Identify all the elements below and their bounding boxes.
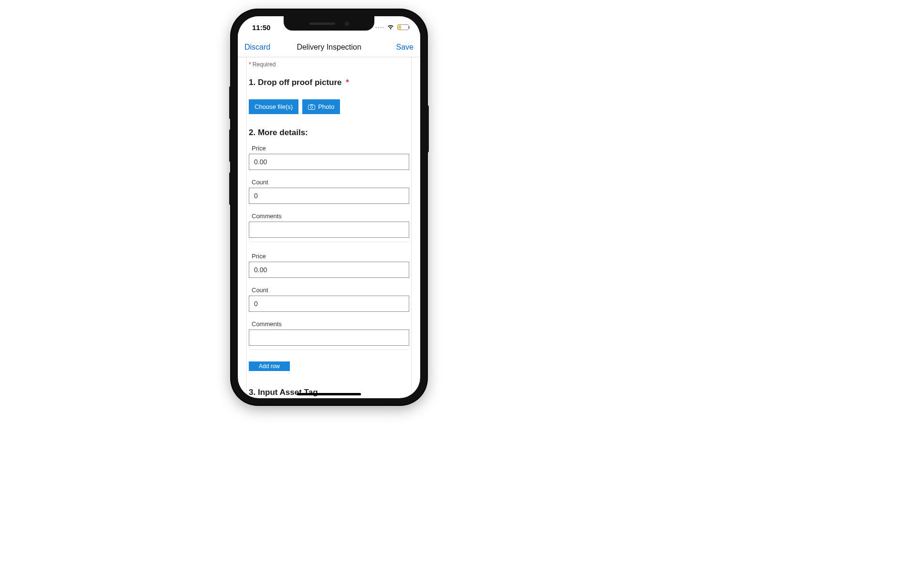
price-input[interactable] [249,262,409,278]
count-label: Count [252,286,409,294]
comments-label: Comments [252,212,409,220]
comments-label: Comments [252,320,409,328]
detail-row: Price Count Comments [249,253,409,356]
save-button[interactable]: Save [396,43,414,52]
question-1: 1. Drop off proof picture * Choose file(… [249,77,409,114]
count-input[interactable] [249,296,409,312]
wifi-icon [387,24,394,30]
count-input[interactable] [249,188,409,204]
q1-number: 1. [249,78,255,87]
discard-button[interactable]: Discard [244,43,270,52]
q2-label: More details: [258,128,308,137]
front-camera [345,21,349,26]
q3-number: 3. [249,388,255,397]
phone-screen: 11:50 Discard Delivery Inspection Save [238,16,420,398]
comments-input[interactable] [249,329,409,346]
required-asterisk: * [346,78,349,87]
count-label: Count [252,179,409,186]
price-label: Price [252,145,409,152]
add-row-button[interactable]: Add row [249,361,290,371]
phone-notch [284,16,374,31]
price-label: Price [252,253,409,260]
svg-point-1 [310,106,313,108]
speaker-grill [309,22,335,25]
choose-files-button[interactable]: Choose file(s) [249,99,298,114]
q3-label: Input Asset Tag [258,388,318,397]
detail-row: Price Count Comments [249,145,409,248]
phone-frame: 11:50 Discard Delivery Inspection Save [231,10,427,405]
required-note: *Required [249,61,409,68]
form-scroll-area[interactable]: *Required 1. Drop off proof picture * Ch… [238,57,420,398]
status-time: 11:50 [252,22,270,32]
q2-number: 2. [249,128,255,137]
question-2: 2. More details: Price Count Comments [249,127,409,371]
photo-button[interactable]: Photo [302,99,340,114]
home-indicator[interactable] [297,393,361,395]
battery-icon [397,24,409,30]
price-input[interactable] [249,154,409,170]
svg-rect-0 [308,105,315,110]
nav-bar: Discard Delivery Inspection Save [238,37,420,57]
comments-input[interactable] [249,222,409,238]
q1-label: Drop off proof picture [258,78,342,87]
cellular-dots-icon [375,27,384,28]
camera-icon [308,104,315,110]
